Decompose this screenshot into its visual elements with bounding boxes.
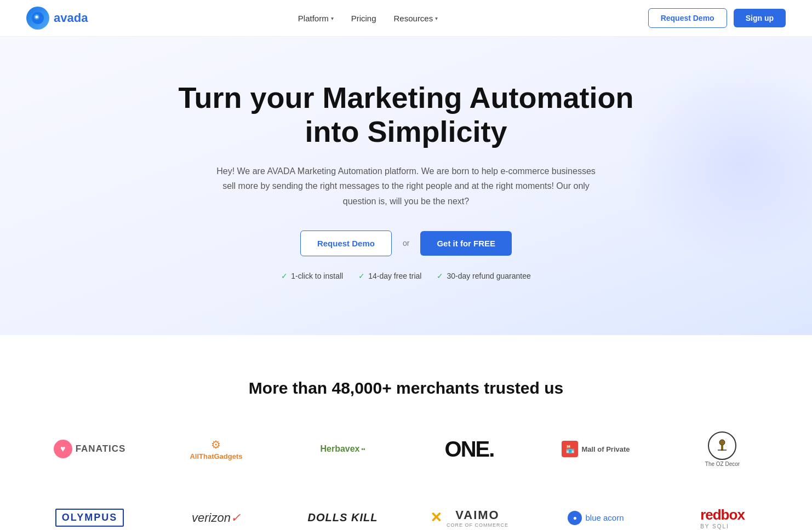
logo-redbox: redbox BY SQLI [659,500,786,530]
badge-trial-text: 14-day free trial [368,272,421,280]
logo-olympus: OLYMPUS [26,502,153,530]
nav-request-demo-button[interactable]: Request Demo [648,8,727,28]
logo-icon [26,7,49,30]
badge-install: ✓ 1-click to install [281,272,343,280]
blueacorn-icon: ● [568,511,582,525]
logo-herbavex: Herbavex •• [279,437,406,460]
hero-get-free-button[interactable]: Get it for FREE [420,231,512,256]
hero-title: Turn your Marketing Automation into Simp… [159,80,653,148]
fanatics-label: FANATICS [76,443,126,454]
check-icon: ✓ [358,272,365,280]
svg-point-3 [719,440,725,445]
badge-install-text: 1-click to install [291,272,343,280]
merchants-section: More than 48,000+ merchants trusted us ♥… [0,335,812,530]
merchants-title: More than 48,000+ merchants trusted us [26,379,786,398]
olympus-label: OLYMPUS [55,509,124,527]
vaimo-sub-label: CORE OF COMMERCE [447,522,508,528]
nav-platform[interactable]: Platform ▾ [298,14,334,23]
redbox-sub-label: BY SQLI [700,523,729,529]
chevron-down-icon: ▾ [435,15,438,21]
fanatics-heart-icon: ♥ [54,440,72,458]
mop-icon: 🏪 [562,441,578,457]
vaimo-main-label: VAIMO [447,508,508,522]
atg-icon: ⚙ [211,438,221,451]
nav-resources[interactable]: Resources ▾ [394,14,438,23]
chevron-down-icon: ▾ [331,15,334,21]
ozdecor-icon [708,431,736,460]
logos-row-1: ♥ FANATICS ⚙ AllThatGadgets Herbavex •• … [26,425,786,474]
nav-pricing[interactable]: Pricing [351,14,376,23]
logo-blueacorn: ● blue acorn [533,504,659,530]
mop-label: Mall of Private [581,445,630,453]
logo[interactable]: avada [26,7,88,30]
logo-mallofprivate: 🏪 Mall of Private [533,434,659,464]
logo-fanatics: ♥ FANATICS [26,433,153,465]
atg-label: AllThatGadgets [190,452,242,460]
herbavex-dots: •• [362,446,365,452]
svg-point-2 [36,16,38,19]
ozdecor-label: The OZ Decor [705,461,740,467]
vaimo-x-icon: ✕ [430,509,442,526]
nav-links: Platform ▾ Pricing Resources ▾ [298,14,438,23]
logo-dollskill: DOLLS KILL [279,505,406,530]
logo-verizon: verizon✓ [153,504,279,530]
navbar: avada Platform ▾ Pricing Resources ▾ Req… [0,0,812,37]
verizon-check-icon: ✓ [231,511,241,525]
badge-refund-text: 30-day refund guarantee [447,272,530,280]
hero-badges: ✓ 1-click to install ✓ 14-day free trial… [26,272,786,280]
verizon-label: verizon✓ [192,511,241,525]
hero-cta-group: Request Demo or Get it for FREE [26,231,786,256]
logo-one: ONE. [406,430,533,468]
logo-ozdecor: The OZ Decor [659,425,786,474]
hero-request-demo-button[interactable]: Request Demo [300,231,392,256]
logo-text: avada [54,11,88,25]
hero-subtitle: Hey! We are AVADA Marketing Automation p… [214,164,598,209]
hero-section: Turn your Marketing Automation into Simp… [0,37,812,335]
logo-vaimo: ✕ VAIMO CORE OF COMMERCE [406,502,533,530]
logo-allthatgadgets: ⚙ AllThatGadgets [153,431,279,467]
nav-signup-button[interactable]: Sign up [734,9,786,27]
vaimo-text-group: VAIMO CORE OF COMMERCE [447,508,508,528]
herbavex-label: Herbavex •• [320,444,365,454]
badge-refund: ✓ 30-day refund guarantee [437,272,530,280]
blueacorn-label: blue acorn [585,513,624,522]
nav-actions: Request Demo Sign up [648,8,786,28]
dollskill-label: DOLLS KILL [308,511,378,524]
check-icon: ✓ [281,272,288,280]
check-icon: ✓ [437,272,443,280]
or-label: or [403,239,409,247]
one-label: ONE. [445,437,494,462]
redbox-main-label: redbox [700,506,745,523]
badge-trial: ✓ 14-day free trial [358,272,421,280]
logos-row-2: OLYMPUS verizon✓ DOLLS KILL ✕ VAIMO CORE… [26,500,786,530]
